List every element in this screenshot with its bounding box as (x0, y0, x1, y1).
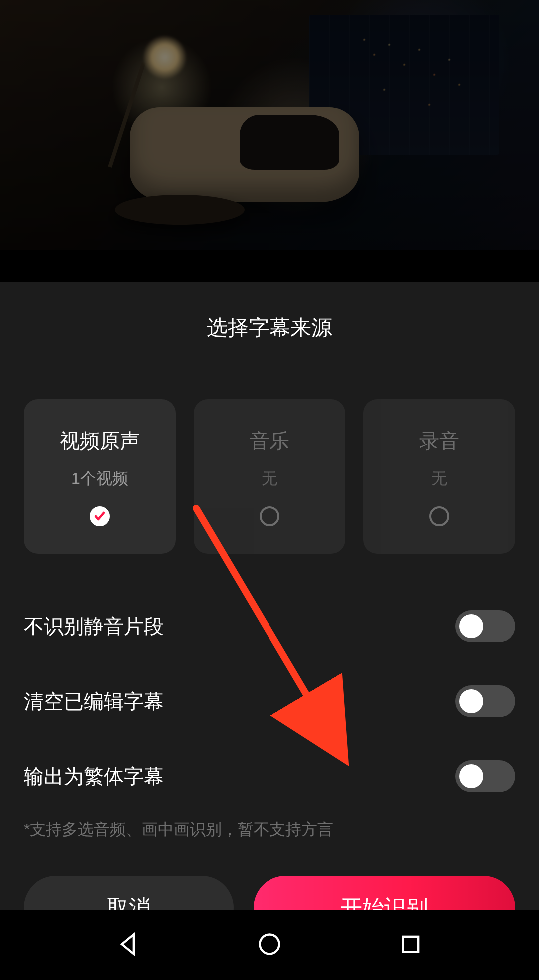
option-traditional-output: 输出为繁体字幕 (24, 739, 515, 814)
switch-knob (459, 764, 483, 788)
source-title: 视频原声 (60, 427, 140, 455)
option-list: 不识别静音片段 清空已编辑字幕 输出为繁体字幕 (0, 554, 539, 814)
source-subtitle: 1个视频 (71, 468, 128, 490)
radio-unchecked-icon (260, 506, 279, 526)
subtitle-source-sheet: 选择字幕来源 视频原声 1个视频 音乐 无 录音 无 不识别静音片段 清空已编辑… (0, 282, 539, 980)
source-recording[interactable]: 录音 无 (363, 399, 515, 554)
radio-checked-icon (90, 506, 110, 526)
source-subtitle: 无 (262, 468, 277, 490)
toggle-skip-silence[interactable] (455, 610, 515, 642)
switch-knob (459, 689, 483, 713)
video-preview (0, 0, 539, 250)
source-video-original[interactable]: 视频原声 1个视频 (24, 399, 176, 554)
option-clear-edited: 清空已编辑字幕 (24, 664, 515, 739)
option-skip-silence: 不识别静音片段 (24, 589, 515, 664)
radio-unchecked-icon (429, 506, 449, 526)
nav-home-icon[interactable] (257, 931, 282, 959)
source-title: 音乐 (250, 427, 289, 455)
switch-knob (459, 614, 483, 638)
support-hint: *支持多选音频、画中画识别，暂不支持方言 (0, 814, 539, 841)
source-cards: 视频原声 1个视频 音乐 无 录音 无 (0, 370, 539, 554)
nav-back-icon[interactable] (115, 931, 141, 959)
source-subtitle: 无 (431, 468, 447, 490)
source-music[interactable]: 音乐 无 (194, 399, 345, 554)
dim-overlay (0, 0, 539, 250)
sheet-title: 选择字幕来源 (0, 282, 539, 370)
option-label: 输出为繁体字幕 (24, 763, 164, 790)
nav-recent-icon[interactable] (398, 931, 424, 959)
svg-point-1 (260, 935, 279, 954)
option-label: 不识别静音片段 (24, 613, 164, 640)
source-title: 录音 (419, 427, 459, 455)
toggle-clear-edited[interactable] (455, 685, 515, 717)
svg-rect-2 (403, 937, 418, 952)
android-navbar (0, 910, 539, 980)
toggle-traditional-output[interactable] (455, 760, 515, 792)
option-label: 清空已编辑字幕 (24, 688, 164, 715)
